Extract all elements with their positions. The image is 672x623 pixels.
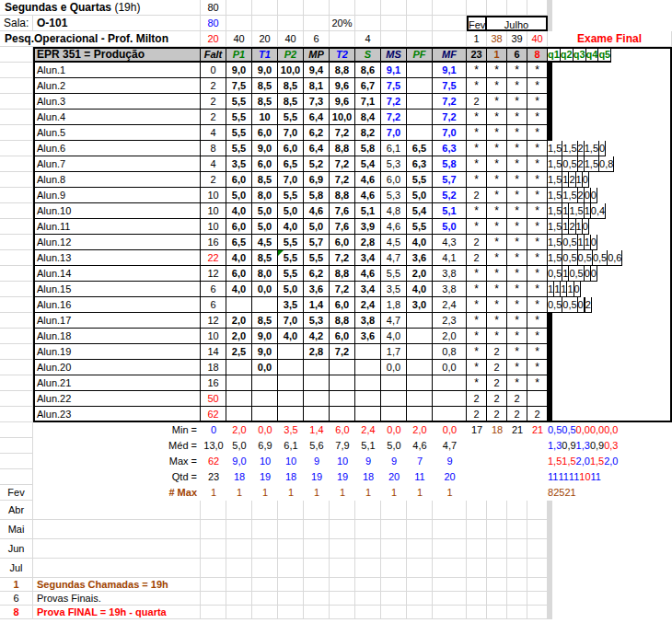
empty-cell[interactable] xyxy=(381,0,407,16)
empty-cell[interactable] xyxy=(226,606,252,619)
month-spacer-cell[interactable] xyxy=(0,172,33,188)
student-name[interactable]: Alun.15 xyxy=(33,282,201,297)
attendance-cell[interactable]: * xyxy=(487,94,507,110)
quiz-cell[interactable]: 2 xyxy=(578,188,585,203)
attendance-cell[interactable]: * xyxy=(507,156,527,172)
grade-cell[interactable]: 22 xyxy=(201,250,226,266)
summary-cell[interactable]: 1 xyxy=(201,485,226,501)
grade-cell[interactable] xyxy=(278,375,304,391)
quiz-cell[interactable]: 0,5 xyxy=(548,297,562,313)
empty-cell[interactable] xyxy=(381,592,407,606)
grade-cell[interactable] xyxy=(407,329,433,344)
grade-cell[interactable]: 1,8 xyxy=(381,297,407,313)
empty-cell[interactable] xyxy=(407,0,433,16)
attendance-cell[interactable]: * xyxy=(527,250,548,266)
summary-quiz-cell[interactable]: 2,0 xyxy=(604,454,618,469)
grade-cell[interactable]: 0 xyxy=(201,63,226,78)
empty-cell[interactable] xyxy=(355,0,381,16)
col-header-week-6[interactable]: 6 xyxy=(507,47,527,63)
grade-cell[interactable] xyxy=(407,78,433,94)
grade-cell[interactable]: 2,0 xyxy=(226,313,252,329)
summary-quiz-cell[interactable]: 1,5 xyxy=(590,454,604,469)
grade-cell[interactable]: 7,1 xyxy=(355,94,381,110)
attendance-cell[interactable]: * xyxy=(507,360,527,375)
weight-p1-cell[interactable]: 40 xyxy=(226,31,252,47)
attendance-cell[interactable]: * xyxy=(467,266,487,282)
grade-cell[interactable]: 3,4 xyxy=(355,250,381,266)
empty-cell[interactable] xyxy=(33,520,201,539)
falt-current-cell[interactable]: 20 xyxy=(201,31,226,47)
col-header-t1[interactable]: T1 xyxy=(252,47,278,63)
attendance-cell[interactable]: * xyxy=(507,110,527,125)
grade-cell[interactable] xyxy=(407,375,433,391)
empty-cell[interactable] xyxy=(252,559,278,578)
attendance-cell[interactable]: * xyxy=(487,125,507,141)
summary-cell[interactable]: 0 xyxy=(201,422,226,438)
grade-cell[interactable]: 7,0 xyxy=(381,125,407,141)
attendance-cell[interactable]: * xyxy=(527,203,548,219)
summary-cell[interactable]: 2,4 xyxy=(355,422,381,438)
grade-cell[interactable]: 6,4 xyxy=(304,110,330,125)
grade-cell[interactable]: 4,8 xyxy=(381,203,407,219)
empty-cell[interactable] xyxy=(278,0,304,16)
summary-att-cell[interactable] xyxy=(467,454,487,469)
grade-cell[interactable] xyxy=(304,391,330,407)
grade-cell[interactable] xyxy=(252,407,278,422)
grade-cell[interactable]: 5,5 xyxy=(278,110,304,125)
quiz-cell[interactable]: 1 xyxy=(576,219,583,235)
grade-cell[interactable] xyxy=(278,344,304,360)
quiz-cell[interactable]: 0,5 xyxy=(578,250,593,266)
grade-cell[interactable] xyxy=(433,391,467,407)
quiz-cell[interactable]: 1,5 xyxy=(548,188,562,203)
empty-cell[interactable] xyxy=(201,501,226,520)
attendance-cell[interactable]: * xyxy=(507,94,527,110)
summary-quiz-cell[interactable]: 11 xyxy=(558,469,568,485)
quiz-cell[interactable]: 0 xyxy=(583,172,589,188)
grade-cell[interactable] xyxy=(381,375,407,391)
month-spacer-cell[interactable] xyxy=(0,282,33,297)
empty-cell[interactable] xyxy=(433,520,467,539)
grade-cell[interactable]: 9,0 xyxy=(252,63,278,78)
attendance-cell[interactable]: * xyxy=(467,313,487,329)
grade-cell[interactable]: 8,5 xyxy=(252,313,278,329)
grade-cell[interactable] xyxy=(278,407,304,422)
grade-cell[interactable]: 5,0 xyxy=(278,203,304,219)
empty-cell[interactable] xyxy=(527,578,548,592)
attendance-cell[interactable]: * xyxy=(507,141,527,156)
grade-cell[interactable] xyxy=(252,391,278,407)
col-header-falt[interactable]: Falt xyxy=(201,47,226,63)
col-header-p2[interactable]: P2 xyxy=(278,47,304,63)
grade-cell[interactable]: 12 xyxy=(201,266,226,282)
grade-cell[interactable]: 8,8 xyxy=(330,266,355,282)
grade-cell[interactable] xyxy=(226,375,252,391)
empty-cell[interactable] xyxy=(304,559,330,578)
summary-cell[interactable]: 0,0 xyxy=(381,422,407,438)
summary-cell[interactable]: 10 xyxy=(330,454,355,469)
empty-cell[interactable] xyxy=(304,592,330,606)
grade-cell[interactable] xyxy=(252,375,278,391)
summary-cell[interactable]: 4,7 xyxy=(433,438,467,454)
grade-cell[interactable] xyxy=(355,360,381,375)
quiz-cell[interactable]: 0 xyxy=(574,282,581,297)
attendance-cell[interactable]: * xyxy=(467,219,487,235)
empty-cell[interactable] xyxy=(201,520,226,539)
attendance-cell[interactable]: * xyxy=(487,141,507,156)
summary-cell[interactable]: 5,6 xyxy=(304,438,330,454)
empty-cell[interactable] xyxy=(433,606,467,619)
grade-cell[interactable]: 7,2 xyxy=(330,156,355,172)
attendance-cell[interactable]: * xyxy=(487,172,507,188)
grade-cell[interactable]: 9,0 xyxy=(252,344,278,360)
attendance-cell[interactable]: 2 xyxy=(467,94,487,110)
summary-att-cell[interactable] xyxy=(487,438,507,454)
summary-label[interactable]: Min = xyxy=(33,422,201,438)
attendance-cell[interactable]: * xyxy=(467,375,487,391)
grade-cell[interactable]: 6,0 xyxy=(226,172,252,188)
weight-percent-cell[interactable]: 20% xyxy=(330,16,355,31)
grade-cell[interactable]: 3,4 xyxy=(355,282,381,297)
grade-cell[interactable]: 8,8 xyxy=(330,313,355,329)
attendance-cell[interactable]: * xyxy=(507,297,527,313)
month-spacer-cell[interactable] xyxy=(0,344,33,360)
summary-att-cell[interactable]: 18 xyxy=(487,422,507,438)
summary-quiz-cell[interactable]: 0,0 xyxy=(604,422,618,438)
grade-cell[interactable]: 5,1 xyxy=(433,203,467,219)
